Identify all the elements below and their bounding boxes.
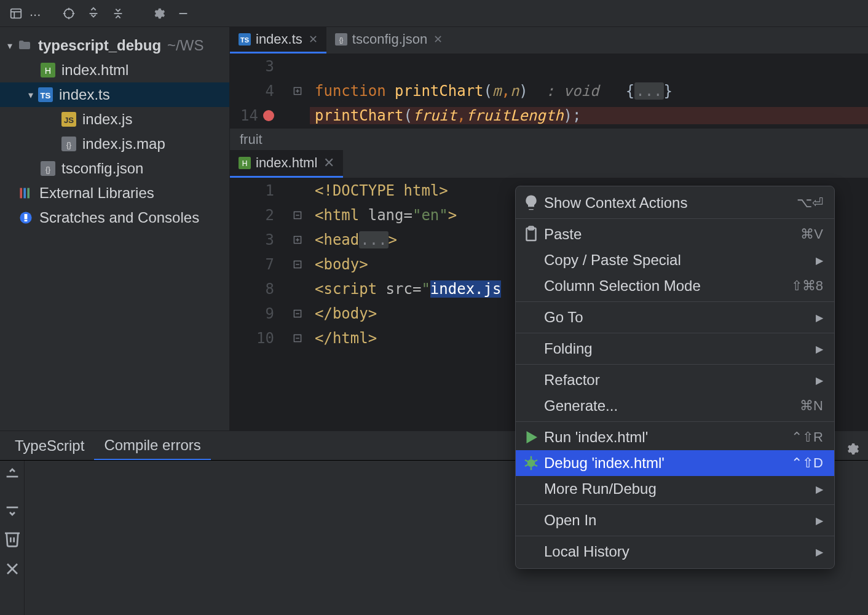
svg-rect-23 bbox=[27, 188, 30, 199]
menu-run[interactable]: Run 'index.html' ⌃⇧R bbox=[516, 424, 834, 450]
tree-item-tsconfig[interactable]: {} tsconfig.json bbox=[0, 156, 229, 181]
folder-icon bbox=[17, 38, 32, 53]
chevron-down-icon[interactable]: ▾ bbox=[23, 89, 38, 101]
tree-item-label: tsconfig.json bbox=[61, 160, 143, 177]
breadcrumb[interactable]: fruit bbox=[230, 128, 868, 150]
expand-icon[interactable] bbox=[2, 467, 22, 486]
tab-index-ts[interactable]: TS index.ts ✕ bbox=[230, 27, 326, 54]
bulb-icon bbox=[522, 196, 540, 210]
tab-label: index.ts bbox=[256, 31, 302, 47]
menu-column-selection[interactable]: Column Selection Mode ⇧⌘8 bbox=[516, 273, 834, 299]
tab-index-html[interactable]: H index.html ✕ bbox=[230, 150, 343, 178]
chevron-down-icon[interactable]: ▾ bbox=[2, 40, 17, 52]
breakpoint-icon[interactable] bbox=[263, 110, 274, 121]
tree-item-label: index.ts bbox=[59, 86, 110, 103]
chevron-right-icon: ▶ bbox=[816, 255, 823, 266]
chevron-right-icon: ▶ bbox=[816, 312, 823, 323]
fold-minus-icon[interactable] bbox=[293, 211, 302, 220]
code-line: <html lang="en"> bbox=[310, 207, 457, 224]
tab-compile-errors[interactable]: Compile errors bbox=[94, 432, 210, 460]
tree-root-path: ~/WS bbox=[167, 37, 203, 54]
menu-paste[interactable]: Paste ⌘V bbox=[516, 221, 834, 247]
svg-point-54 bbox=[527, 459, 535, 467]
ts-file-icon: TS bbox=[239, 33, 251, 46]
tab-tsconfig[interactable]: {} tsconfig.json ✕ bbox=[326, 27, 451, 54]
fold-close-icon[interactable] bbox=[293, 309, 302, 318]
tree-root[interactable]: ▾ typescript_debug ~/WS bbox=[0, 33, 229, 58]
target-icon[interactable] bbox=[58, 2, 80, 25]
close-icon[interactable] bbox=[2, 559, 22, 579]
tree-item-index-js-map[interactable]: {} index.js.map bbox=[0, 132, 229, 156]
code-line: <body> bbox=[310, 256, 368, 273]
chevron-right-icon: ▶ bbox=[816, 375, 823, 386]
minimize-icon[interactable] bbox=[172, 2, 194, 25]
tree-item-index-js[interactable]: JS index.js bbox=[0, 107, 229, 132]
code-line: <head...> bbox=[310, 231, 397, 248]
svg-rect-21 bbox=[20, 188, 22, 199]
menu-go-to[interactable]: Go To▶ bbox=[516, 304, 834, 330]
fold-close-icon[interactable] bbox=[293, 334, 302, 343]
line-number: 10 bbox=[230, 330, 285, 347]
debug-icon bbox=[522, 456, 540, 470]
bottom-panel-toolbar bbox=[0, 461, 25, 615]
collapse-all-icon[interactable] bbox=[107, 2, 129, 25]
chevron-right-icon: ▶ bbox=[816, 343, 823, 355]
collapse-icon[interactable] bbox=[2, 498, 22, 517]
chevron-right-icon: ▶ bbox=[816, 483, 823, 495]
menu-folding[interactable]: Folding▶ bbox=[516, 336, 834, 362]
code-line: <!DOCTYPE html> bbox=[310, 182, 448, 199]
svg-text:TS: TS bbox=[41, 91, 51, 100]
svg-rect-0 bbox=[11, 9, 22, 18]
library-icon bbox=[18, 186, 33, 200]
tab-label: index.html bbox=[256, 155, 317, 171]
svg-marker-53 bbox=[527, 431, 538, 443]
tree-item-index-html[interactable]: H index.html bbox=[0, 58, 229, 82]
menu-open-in[interactable]: Open In▶ bbox=[516, 507, 834, 533]
svg-line-59 bbox=[525, 465, 528, 467]
context-menu: Show Context Actions ⌥⏎ Paste ⌘V Copy / … bbox=[515, 186, 835, 569]
menu-refactor[interactable]: Refactor▶ bbox=[516, 367, 834, 393]
menu-local-history[interactable]: Local History▶ bbox=[516, 539, 834, 565]
svg-text:TS: TS bbox=[240, 36, 249, 44]
tree-item-label: External Libraries bbox=[39, 184, 154, 202]
svg-line-58 bbox=[534, 460, 537, 462]
fold-minus-icon[interactable] bbox=[293, 260, 302, 269]
menu-debug[interactable]: Debug 'index.html' ⌃⇧D bbox=[516, 450, 834, 476]
line-number: 3 bbox=[230, 58, 285, 75]
line-number: 9 bbox=[230, 305, 285, 322]
settings-gear-icon[interactable] bbox=[845, 442, 859, 460]
project-window-icon[interactable] bbox=[5, 2, 27, 25]
toolbar-dots[interactable]: ... bbox=[30, 5, 41, 22]
tree-scratches[interactable]: Scratches and Consoles bbox=[0, 205, 229, 230]
tree-item-label: index.js.map bbox=[82, 135, 165, 153]
line-number: 4 bbox=[230, 82, 285, 100]
fold-plus-icon[interactable] bbox=[293, 236, 302, 244]
project-toolbar: ... bbox=[0, 0, 868, 27]
svg-rect-25 bbox=[25, 214, 28, 219]
close-icon[interactable]: ✕ bbox=[309, 33, 318, 46]
svg-line-57 bbox=[525, 460, 528, 462]
tab-typescript[interactable]: TypeScript bbox=[5, 432, 94, 459]
tab-label: tsconfig.json bbox=[352, 31, 427, 47]
line-number: 2 bbox=[230, 207, 285, 224]
editor-tabs-bottom: H index.html ✕ bbox=[230, 150, 868, 178]
json-file-icon: {} bbox=[41, 161, 55, 176]
svg-rect-26 bbox=[25, 220, 28, 221]
close-icon[interactable]: ✕ bbox=[433, 33, 443, 46]
menu-generate[interactable]: Generate...⌘N bbox=[516, 393, 834, 419]
trash-icon[interactable] bbox=[2, 528, 22, 548]
tree-item-label: index.html bbox=[61, 62, 128, 79]
tree-item-index-ts[interactable]: ▾ TS index.ts bbox=[0, 82, 229, 107]
editor-index-ts[interactable]: 3 4 function printChart(m,n) : void {...… bbox=[230, 54, 868, 128]
expand-all-icon[interactable] bbox=[82, 2, 105, 25]
fold-plus-icon[interactable] bbox=[293, 87, 302, 95]
paste-icon bbox=[522, 227, 540, 242]
line-number: 8 bbox=[230, 280, 285, 298]
menu-copy-paste-special[interactable]: Copy / Paste Special ▶ bbox=[516, 247, 834, 273]
chevron-right-icon: ▶ bbox=[816, 515, 823, 526]
gear-icon[interactable] bbox=[148, 2, 170, 25]
menu-more-run-debug[interactable]: More Run/Debug▶ bbox=[516, 476, 834, 502]
close-icon[interactable]: ✕ bbox=[323, 155, 334, 171]
menu-show-context-actions[interactable]: Show Context Actions ⌥⏎ bbox=[516, 190, 834, 216]
tree-external-libraries[interactable]: External Libraries bbox=[0, 181, 229, 205]
